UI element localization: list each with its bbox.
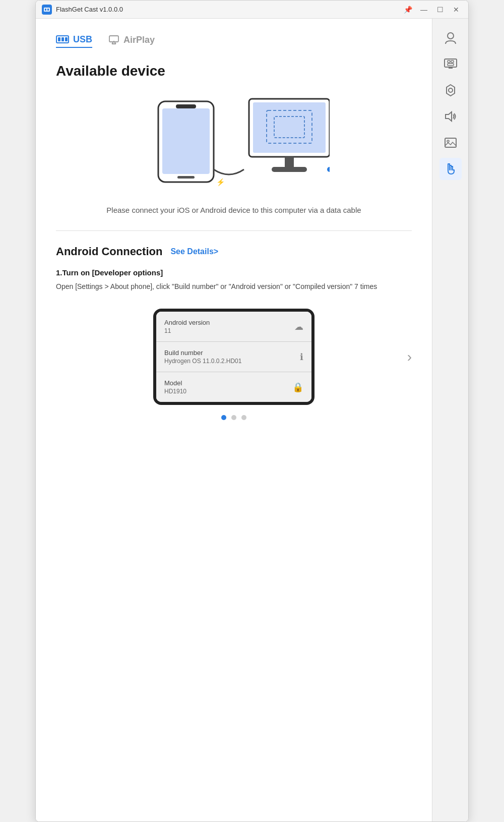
svg-point-32 bbox=[447, 140, 449, 142]
close-button[interactable]: ✕ bbox=[450, 4, 462, 16]
svg-rect-11 bbox=[176, 104, 196, 108]
svg-rect-5 bbox=[61, 37, 64, 41]
content-area: USB AirPlay Available device bbox=[36, 19, 468, 821]
android-version-value: 11 bbox=[164, 327, 294, 334]
connect-description: Please connect your iOS or Android devic… bbox=[56, 204, 412, 216]
model-label: Model bbox=[164, 379, 292, 387]
svg-point-29 bbox=[449, 88, 453, 92]
svg-text:⚡: ⚡ bbox=[216, 178, 225, 187]
android-connection-header: Android Connection See Details> bbox=[56, 245, 412, 258]
svg-rect-12 bbox=[177, 176, 195, 179]
android-connection-title: Android Connection bbox=[56, 245, 162, 258]
title-bar-left: FlashGet Cast v1.0.0.0 bbox=[42, 5, 123, 15]
section-divider bbox=[56, 230, 412, 231]
build-number-icon: ℹ bbox=[300, 351, 303, 363]
svg-rect-4 bbox=[58, 37, 60, 41]
screen-row-model: Model HD1910 🔒 bbox=[156, 372, 311, 402]
svg-rect-25 bbox=[448, 64, 454, 66]
sidebar-settings-icon[interactable] bbox=[439, 79, 462, 101]
sidebar-screen-icon[interactable] bbox=[439, 53, 462, 75]
pin-button[interactable]: 📌 bbox=[402, 4, 414, 16]
carousel-dot-2[interactable] bbox=[231, 415, 236, 420]
app-icon bbox=[42, 5, 52, 15]
svg-rect-10 bbox=[162, 108, 210, 174]
tab-airplay[interactable]: AirPlay bbox=[108, 35, 155, 47]
connection-illustration: ⚡ bbox=[138, 91, 330, 192]
phone-screen-inner: Android version 11 ☁ Build number Hydrog… bbox=[156, 312, 311, 402]
svg-rect-19 bbox=[272, 167, 307, 172]
phone-screen-mockup: Android version 11 ☁ Build number Hydrog… bbox=[153, 309, 314, 405]
svg-rect-6 bbox=[65, 37, 68, 41]
carousel-dots bbox=[56, 415, 412, 420]
svg-marker-28 bbox=[447, 85, 455, 96]
tab-usb-label: USB bbox=[73, 34, 92, 45]
carousel-dot-1[interactable] bbox=[221, 415, 226, 420]
tab-usb[interactable]: USB bbox=[56, 34, 92, 48]
sidebar-volume-icon[interactable] bbox=[439, 105, 462, 128]
build-number-value: Hydrogen OS 11.0.0.2.HD01 bbox=[164, 358, 300, 365]
maximize-button[interactable]: ☐ bbox=[434, 4, 446, 16]
minimize-button[interactable]: — bbox=[418, 4, 430, 16]
step1-description: Open [Settings > About phone], click "Bu… bbox=[56, 281, 412, 292]
svg-rect-31 bbox=[445, 138, 456, 147]
svg-rect-24 bbox=[451, 61, 454, 63]
title-bar-controls: 📌 — ☐ ✕ bbox=[402, 4, 462, 16]
main-panel: USB AirPlay Available device bbox=[36, 19, 432, 821]
model-icon: 🔒 bbox=[292, 382, 303, 393]
model-value: HD1910 bbox=[164, 388, 292, 395]
svg-rect-2 bbox=[47, 9, 49, 11]
device-illustration: ⚡ bbox=[56, 91, 412, 192]
app-window: FlashGet Cast v1.0.0.0 📌 — ☐ ✕ bbox=[35, 0, 469, 822]
svg-marker-30 bbox=[446, 112, 452, 121]
svg-point-21 bbox=[448, 33, 454, 39]
airplay-icon bbox=[108, 35, 119, 45]
svg-rect-1 bbox=[45, 9, 46, 11]
screenshot-area: Android version 11 ☁ Build number Hydrog… bbox=[56, 309, 412, 405]
step1-title: 1.Turn on [Developer options] bbox=[56, 268, 412, 277]
carousel-dot-3[interactable] bbox=[241, 415, 246, 420]
carousel-next-button[interactable]: › bbox=[407, 349, 412, 365]
title-bar: FlashGet Cast v1.0.0.0 📌 — ☐ ✕ bbox=[36, 1, 468, 19]
usb-icon bbox=[56, 34, 69, 45]
available-device-title: Available device bbox=[56, 63, 412, 79]
android-version-icon: ☁ bbox=[294, 321, 303, 332]
android-version-label: Android version bbox=[164, 319, 294, 326]
svg-rect-18 bbox=[285, 157, 294, 168]
sidebar bbox=[432, 19, 468, 821]
sidebar-user-icon[interactable] bbox=[439, 27, 462, 49]
see-details-link[interactable]: See Details> bbox=[170, 247, 218, 256]
svg-point-20 bbox=[327, 167, 330, 172]
screen-row-android-version: Android version 11 ☁ bbox=[156, 312, 311, 342]
svg-rect-23 bbox=[448, 61, 450, 63]
tab-bar: USB AirPlay bbox=[56, 34, 412, 48]
svg-rect-0 bbox=[44, 8, 50, 12]
screen-row-build-number: Build number Hydrogen OS 11.0.0.2.HD01 ℹ bbox=[156, 342, 311, 372]
sidebar-touch-icon[interactable] bbox=[439, 158, 462, 180]
tab-airplay-label: AirPlay bbox=[123, 35, 155, 45]
build-number-label: Build number bbox=[164, 349, 300, 357]
app-title: FlashGet Cast v1.0.0.0 bbox=[56, 6, 123, 13]
sidebar-image-icon[interactable] bbox=[439, 132, 462, 154]
